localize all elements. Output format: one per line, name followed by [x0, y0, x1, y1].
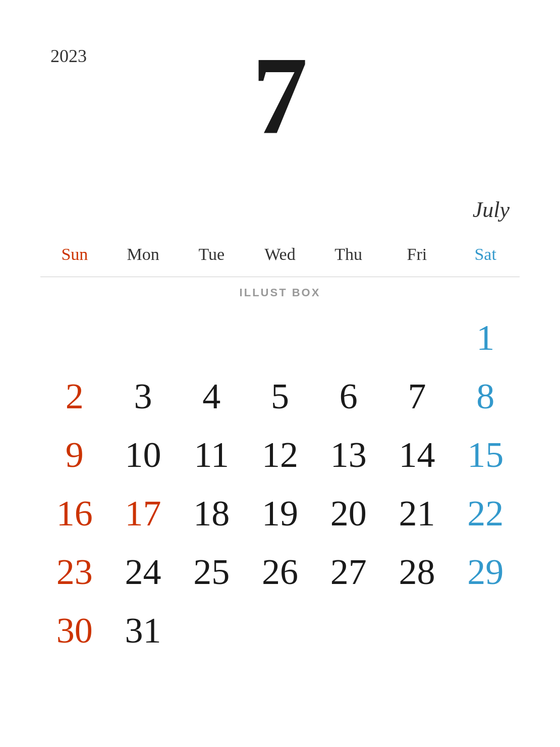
day-cell-5: 5	[246, 367, 314, 425]
day-cell-8: 8	[451, 367, 520, 425]
day-cell-7: 7	[383, 367, 452, 425]
day-cell-4: 4	[177, 367, 246, 425]
day-cell-19: 19	[246, 484, 314, 543]
day-cell-17: 17	[109, 484, 178, 543]
day-cell-empty-5-6	[451, 601, 520, 660]
day-header-mon: Mon	[109, 237, 178, 272]
day-cell-26: 26	[246, 543, 314, 601]
day-cell-16: 16	[40, 484, 109, 543]
month-name: July	[473, 197, 510, 223]
day-header-sun: Sun	[40, 237, 109, 272]
day-header-thu: Thu	[314, 237, 383, 272]
watermark-text: ILLUST BOX	[40, 277, 520, 308]
day-cell-30: 30	[40, 601, 109, 660]
day-cell-empty-5-5	[383, 601, 452, 660]
day-cell-1: 1	[451, 308, 520, 367]
day-cell-21: 21	[383, 484, 452, 543]
day-cell-20: 20	[314, 484, 383, 543]
calendar-grid: 1234567891011121314151617181920212223242…	[40, 308, 520, 660]
day-header-sat: Sat	[451, 237, 520, 272]
day-cell-2: 2	[40, 367, 109, 425]
day-cell-empty-0-1	[109, 308, 178, 367]
calendar-container: SunMonTueWedThuFriSat ILLUST BOX 1234567…	[40, 237, 520, 660]
day-cell-27: 27	[314, 543, 383, 601]
day-headers-row: SunMonTueWedThuFriSat	[40, 237, 520, 272]
day-cell-11: 11	[177, 425, 246, 484]
day-header-wed: Wed	[246, 237, 314, 272]
day-cell-13: 13	[314, 425, 383, 484]
day-header-tue: Tue	[177, 237, 246, 272]
month-number: 7	[0, 40, 560, 151]
day-cell-empty-5-4	[314, 601, 383, 660]
day-cell-28: 28	[383, 543, 452, 601]
day-cell-empty-0-2	[177, 308, 246, 367]
day-cell-24: 24	[109, 543, 178, 601]
day-cell-3: 3	[109, 367, 178, 425]
day-cell-empty-5-3	[246, 601, 314, 660]
day-cell-22: 22	[451, 484, 520, 543]
day-cell-empty-5-2	[177, 601, 246, 660]
day-cell-25: 25	[177, 543, 246, 601]
day-cell-23: 23	[40, 543, 109, 601]
day-cell-6: 6	[314, 367, 383, 425]
day-cell-10: 10	[109, 425, 178, 484]
day-cell-empty-0-4	[314, 308, 383, 367]
day-cell-12: 12	[246, 425, 314, 484]
day-cell-14: 14	[383, 425, 452, 484]
calendar-page: 2023 7 July SunMonTueWedThuFriSat ILLUST…	[0, 0, 560, 747]
day-cell-15: 15	[451, 425, 520, 484]
day-cell-31: 31	[109, 601, 178, 660]
day-cell-9: 9	[40, 425, 109, 484]
day-cell-empty-0-5	[383, 308, 452, 367]
day-cell-18: 18	[177, 484, 246, 543]
day-cell-empty-0-3	[246, 308, 314, 367]
day-header-fri: Fri	[383, 237, 452, 272]
day-cell-empty-0-0	[40, 308, 109, 367]
day-cell-29: 29	[451, 543, 520, 601]
